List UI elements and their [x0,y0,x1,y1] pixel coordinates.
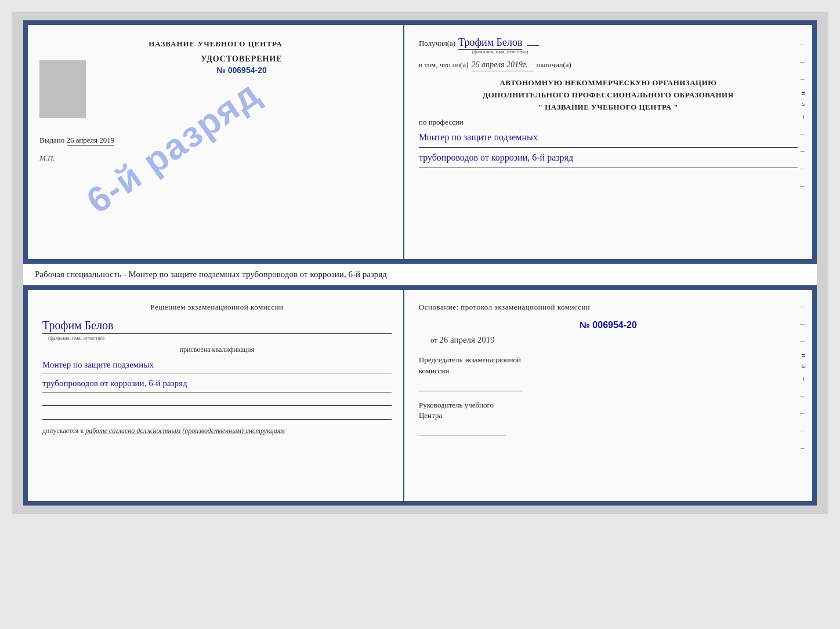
dopuskaetsya-label: допускается к [42,427,84,435]
protocol-number: № 006954-20 [419,320,798,330]
predsedatel-line1: Председатель экзаменационной [419,354,798,366]
po-professii-label: по профессии [419,118,798,127]
profession-line1-top: Монтер по защите подземных [419,129,798,148]
recipient-name-bottom: Трофим Белов [42,319,392,334]
predsedatel-text: Председатель экзаменационной комиссии [419,354,798,377]
vtom-row: в том, что он(а) 26 апреля 2019г. окончи… [419,60,798,71]
right-dashes-bottom: – – – и а ← – – – – [801,301,808,452]
udostoverenie-title: УДОСТОВЕРЕНИЕ [92,54,392,64]
specialty-text: Рабочая специальность - Монтер по защите… [35,270,387,279]
poluchil-label: Получил(а) [419,39,455,48]
vtom-label: в том, что он(а) [419,60,469,70]
dopuskaetsya-value: работе согласно должностным (производств… [85,427,285,435]
mp-line: М.П. [39,154,392,163]
poluchil-row: Получил(а) Трофим Белов (фамилия, имя, о… [419,37,798,54]
predsedatel-line2: комиссии [419,365,798,377]
blank-line-1 [42,394,392,406]
diploma-left-title: НАЗВАНИЕ УЧЕБНОГО ЦЕНТРА [39,39,392,49]
specialty-bar: Рабочая специальность - Монтер по защите… [23,264,817,285]
fio-sublabel-bottom: (фамилия, имя, отчество) [48,335,392,341]
rukovoditel-signature-line [419,424,506,435]
rukovoditel-text: Руководитель учебного Центра [419,400,798,421]
rukovoditel-line1: Руководитель учебного [419,400,798,410]
right-dashes-top: – – – и а ← – – – – [801,39,808,190]
vydano-date: 26 апреля 2019 [67,136,115,146]
osnovanie-text: Основание: протокол экзаменационной коми… [419,301,798,313]
prisvoyena-label: присвоена квалификация [42,346,392,354]
page-wrapper: НАЗВАНИЕ УЧЕБНОГО ЦЕНТРА 6-й разряд УДОС… [12,12,828,514]
bottom-cert: Решением экзаменационной комиссии Трофим… [23,285,817,506]
profession-line2-top: трубопроводов от коррозии, 6-й разряд [419,150,798,168]
vydano-label: Выдано [39,136,64,144]
recipient-name-top: Трофим Белов [458,37,522,50]
predsedatel-signature-line [419,380,523,391]
vydano-line: Выдано 26 апреля 2019 [39,136,392,145]
bottom-right: Основание: протокол экзаменационной коми… [404,290,812,501]
bottom-left: Решением экзаменационной комиссии Трофим… [28,290,404,501]
ot-label: от [430,336,437,344]
completion-date: 26 апреля 2019г. [472,60,534,71]
ot-date-row: от 26 апреля 2019 [419,335,798,345]
cert-stamp-area: УДОСТОВЕРЕНИЕ № 006954-20 [39,54,392,118]
rukovoditel-line2: Центра [419,410,798,421]
cert-info: УДОСТОВЕРЕНИЕ № 006954-20 [92,54,392,75]
profession-line2-bottom: трубопроводов от коррозии, 6-й разряд [42,375,392,392]
profession-line1-bottom: Монтер по защите подземных [42,357,392,374]
diploma-right: Получил(а) Трофим Белов (фамилия, имя, о… [404,25,812,259]
resheniem-text: Решением экзаменационной комиссии [42,301,392,313]
cert-number: № 006954-20 [92,66,392,75]
blank-line-2 [42,408,392,420]
diploma-left: НАЗВАНИЕ УЧЕБНОГО ЦЕНТРА 6-й разряд УДОС… [28,25,404,259]
dopuskaetsya-row: допускается к работе согласно должностны… [42,427,392,435]
diploma-top: НАЗВАНИЕ УЧЕБНОГО ЦЕНТРА 6-й разряд УДОС… [23,20,817,264]
org-line1: АВТОНОМНУЮ НЕКОММЕРЧЕСКУЮ ОРГАНИЗАЦИЮ ДО… [419,77,798,113]
photo-placeholder [39,60,86,118]
ot-date: 26 апреля 2019 [439,335,495,344]
okончил-label: окончил(а) [537,60,571,70]
